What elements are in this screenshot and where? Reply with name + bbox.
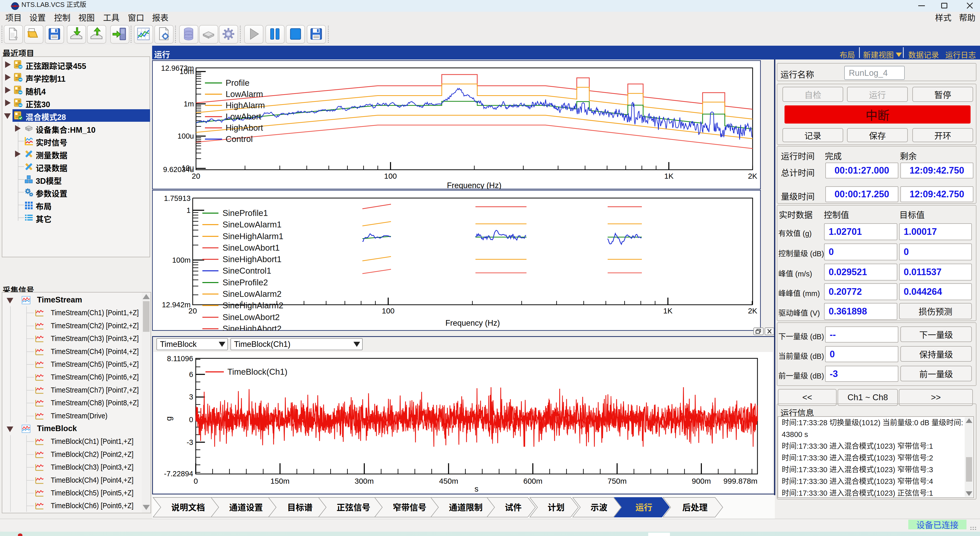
svg-text:SineLowAlarm1: SineLowAlarm1	[223, 220, 282, 229]
svg-text:s: s	[474, 484, 479, 493]
svg-text:LowAlarm: LowAlarm	[226, 89, 263, 99]
svg-text:通道限制: 通道限制	[449, 503, 483, 512]
svg-text:100: 100	[382, 307, 395, 315]
svg-text:SineLowAlarm2: SineLowAlarm2	[223, 289, 282, 299]
svg-text:2K: 2K	[748, 172, 757, 180]
svg-text:Profile: Profile	[226, 78, 250, 87]
svg-text:100: 100	[384, 172, 397, 180]
svg-text:300m: 300m	[355, 477, 374, 485]
svg-text:1K: 1K	[664, 172, 674, 180]
svg-text:SineProfile1: SineProfile1	[223, 208, 268, 218]
svg-text:LowAbort: LowAbort	[226, 112, 261, 121]
svg-text:6: 6	[189, 371, 193, 379]
svg-text:150m: 150m	[270, 477, 290, 485]
svg-text:12.942m: 12.942m	[162, 301, 191, 309]
svg-text:试件: 试件	[505, 503, 522, 512]
svg-text:说明文档: 说明文档	[171, 503, 205, 512]
svg-text:750m: 750m	[608, 477, 627, 485]
svg-text:g: g	[164, 416, 173, 421]
svg-text:-7.22894: -7.22894	[164, 470, 193, 478]
svg-text:后处理: 后处理	[682, 503, 708, 512]
svg-text:900m: 900m	[692, 477, 711, 485]
svg-text:示波: 示波	[590, 503, 608, 512]
svg-text:3: 3	[189, 393, 193, 401]
svg-text:1: 1	[186, 206, 191, 215]
svg-text:20: 20	[192, 172, 200, 180]
svg-text:SineHighAbort1: SineHighAbort1	[223, 254, 282, 264]
svg-text:窄带信号: 窄带信号	[393, 503, 426, 512]
svg-text:Control: Control	[226, 134, 253, 144]
svg-text:TimeBlock(Ch1): TimeBlock(Ch1)	[228, 367, 287, 377]
svg-text:450m: 450m	[439, 477, 458, 485]
svg-text:运行: 运行	[635, 503, 652, 512]
svg-text:0: 0	[194, 477, 198, 485]
svg-text:2K: 2K	[748, 307, 757, 315]
svg-text:通道设置: 通道设置	[229, 503, 263, 512]
svg-text:0: 0	[189, 415, 193, 424]
svg-text:SineHighAlarm1: SineHighAlarm1	[223, 232, 283, 241]
svg-text:HighAlarm: HighAlarm	[226, 100, 265, 110]
svg-text:HighAbort: HighAbort	[226, 123, 263, 132]
svg-text:SineControl1: SineControl1	[223, 266, 271, 275]
svg-text:Frequency (Hz): Frequency (Hz)	[445, 318, 500, 328]
svg-text:8.11096: 8.11096	[167, 355, 193, 363]
svg-text:100m: 100m	[172, 256, 191, 264]
svg-text:100u: 100u	[177, 132, 194, 140]
svg-text:目标谱: 目标谱	[287, 503, 313, 512]
svg-text:20: 20	[188, 307, 197, 315]
svg-text:SineLowAbort2: SineLowAbort2	[223, 312, 280, 322]
svg-text:1.75913: 1.75913	[164, 194, 191, 202]
svg-text:1K: 1K	[663, 307, 673, 315]
svg-text:SineProfile2: SineProfile2	[223, 278, 268, 287]
svg-text:SineLowAbort1: SineLowAbort1	[223, 243, 280, 253]
svg-text:-3: -3	[186, 438, 193, 446]
svg-text:999.878m: 999.878m	[724, 477, 757, 485]
svg-text:计划: 计划	[548, 503, 565, 512]
svg-text:正弦信号: 正弦信号	[337, 503, 370, 512]
svg-text:SineHighAlarm2: SineHighAlarm2	[223, 301, 283, 310]
svg-text:9.62034u: 9.62034u	[163, 165, 194, 173]
svg-text:1m: 1m	[184, 100, 194, 108]
svg-text:Frequency (Hz): Frequency (Hz)	[447, 181, 501, 189]
svg-text:SineHighAbort2: SineHighAbort2	[223, 324, 282, 331]
svg-text:600m: 600m	[523, 477, 542, 485]
svg-text:10m: 10m	[180, 67, 194, 76]
